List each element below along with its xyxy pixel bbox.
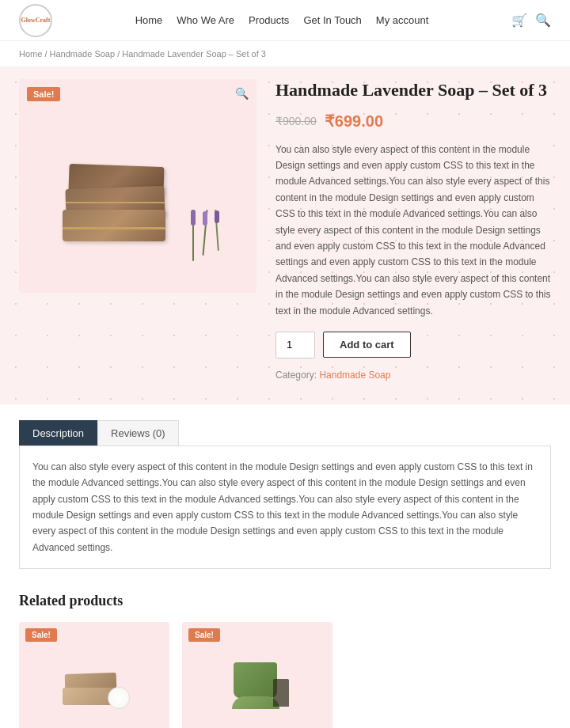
quantity-input[interactable]: 1 xyxy=(276,332,315,358)
tab-content-description: You can also style every aspect of this … xyxy=(19,446,551,569)
breadcrumb-home[interactable]: Home xyxy=(19,49,42,59)
nav-my-account[interactable]: My account xyxy=(376,14,428,26)
nav-products[interactable]: Products xyxy=(249,14,289,26)
header: GlowCraft Home Who We Are Products Get I… xyxy=(0,0,570,41)
tab-reviews[interactable]: Reviews (0) xyxy=(97,420,179,446)
logo[interactable]: GlowCraft xyxy=(19,4,52,37)
product-image-wrap: Sale! 🔍 xyxy=(19,79,256,293)
category-line: Category: Handmade Soap xyxy=(276,370,551,381)
search-icon[interactable]: 🔍 xyxy=(535,13,551,28)
breadcrumb-current: Handmade Lavender Soap – Set of 3 xyxy=(122,49,266,59)
sale-price: ₹699.00 xyxy=(325,112,383,131)
main-nav: Home Who We Are Products Get In Touch My… xyxy=(135,14,429,26)
product-section: Sale! 🔍 xyxy=(19,79,551,381)
tabs-section: Description Reviews (0) You can also sty… xyxy=(0,404,570,577)
related-product-card-1[interactable]: Sale! Sandal Handmade Soap – set of 2 ₹5… xyxy=(19,622,169,728)
related-product-image-1: Sale! xyxy=(19,622,169,728)
category-link[interactable]: Handmade Soap xyxy=(319,370,390,381)
related-products-section: Related products Sale! Sandal Handmade S… xyxy=(0,577,570,728)
product-title: Handmade Lavender Soap – Set of 3 xyxy=(276,79,551,102)
product-section-bg: Sale! 🔍 xyxy=(0,66,570,404)
related-product-card-2[interactable]: Sale! Neem Body scrub + handmade soap ₹1… xyxy=(182,622,332,728)
nav-home[interactable]: Home xyxy=(135,14,163,26)
price-wrap: ₹900.00 ₹699.00 xyxy=(276,112,551,131)
add-to-cart-row: 1 Add to cart xyxy=(276,332,551,358)
add-to-cart-button[interactable]: Add to cart xyxy=(323,332,411,358)
product-zoom-icon[interactable]: 🔍 xyxy=(235,87,249,100)
cart-icon[interactable]: 🛒 xyxy=(511,13,527,28)
product-image xyxy=(19,79,256,293)
breadcrumb-handmade-soap[interactable]: Handmade Soap xyxy=(50,49,116,59)
nav-icons: 🛒 🔍 xyxy=(511,13,551,28)
nav-who-we-are[interactable]: Who We Are xyxy=(177,14,234,26)
tabs-nav: Description Reviews (0) xyxy=(19,420,551,446)
related-sale-badge-2: Sale! xyxy=(188,628,220,642)
nav-get-in-touch[interactable]: Get In Touch xyxy=(303,14,361,26)
sale-badge: Sale! xyxy=(27,87,60,101)
related-products-grid: Sale! Sandal Handmade Soap – set of 2 ₹5… xyxy=(19,622,551,728)
product-info: Handmade Lavender Soap – Set of 3 ₹900.0… xyxy=(276,79,551,381)
product-description: You can also style every aspect of this … xyxy=(276,142,551,319)
breadcrumb: Home / Handmade Soap / Handmade Lavender… xyxy=(0,41,570,66)
related-products-title: Related products xyxy=(19,593,551,609)
tab-description[interactable]: Description xyxy=(19,420,97,446)
related-product-image-2: Sale! xyxy=(182,622,332,728)
original-price: ₹900.00 xyxy=(276,115,317,127)
related-sale-badge-1: Sale! xyxy=(25,628,57,642)
